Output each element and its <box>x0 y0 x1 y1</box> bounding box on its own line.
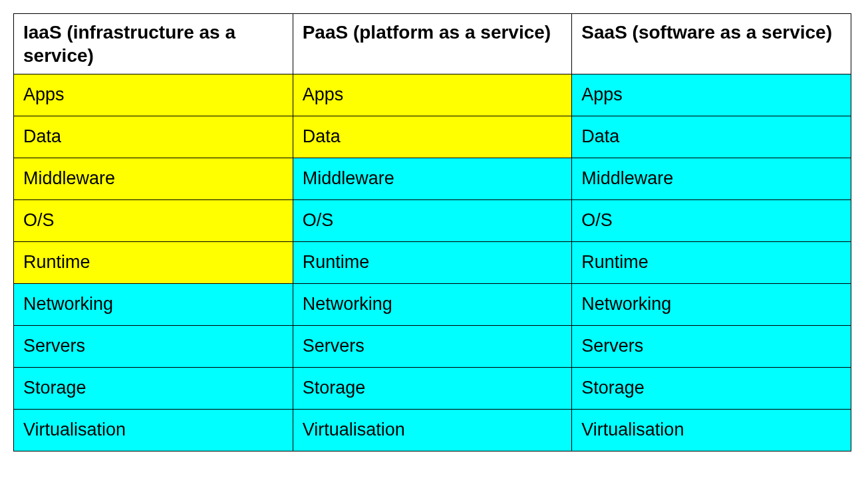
cell-paas-storage: Storage <box>293 368 572 410</box>
table-header-row: IaaS (infrastructure as a service) PaaS … <box>14 14 851 74</box>
table-row: RuntimeRuntimeRuntime <box>14 242 851 284</box>
cloud-service-models-table: IaaS (infrastructure as a service) PaaS … <box>13 13 851 451</box>
cell-iaas-data: Data <box>14 116 293 158</box>
table-row: ServersServersServers <box>14 326 851 368</box>
cell-saas-servers: Servers <box>572 326 851 368</box>
cell-saas-apps: Apps <box>572 74 851 116</box>
table-row: NetworkingNetworkingNetworking <box>14 284 851 326</box>
cell-saas-virtualisation: Virtualisation <box>572 410 851 451</box>
cell-paas-servers: Servers <box>293 326 572 368</box>
cell-saas-data: Data <box>572 116 851 158</box>
cell-iaas-virtualisation: Virtualisation <box>14 410 293 451</box>
column-header-paas: PaaS (platform as a service) <box>293 14 572 74</box>
cloud-service-models-table-container: IaaS (infrastructure as a service) PaaS … <box>0 0 866 465</box>
cell-iaas-servers: Servers <box>14 326 293 368</box>
cell-paas-apps: Apps <box>293 74 572 116</box>
cell-saas-runtime: Runtime <box>572 242 851 284</box>
cell-paas-o-s: O/S <box>293 200 572 242</box>
cell-paas-networking: Networking <box>293 284 572 326</box>
cell-iaas-storage: Storage <box>14 368 293 410</box>
cell-paas-data: Data <box>293 116 572 158</box>
column-header-iaas: IaaS (infrastructure as a service) <box>14 14 293 74</box>
cell-iaas-apps: Apps <box>14 74 293 116</box>
cell-saas-o-s: O/S <box>572 200 851 242</box>
table-row: VirtualisationVirtualisationVirtualisati… <box>14 410 851 451</box>
cell-paas-middleware: Middleware <box>293 158 572 200</box>
cell-iaas-o-s: O/S <box>14 200 293 242</box>
table-body: AppsAppsAppsDataDataDataMiddlewareMiddle… <box>14 74 851 451</box>
cell-paas-runtime: Runtime <box>293 242 572 284</box>
cell-iaas-networking: Networking <box>14 284 293 326</box>
table-row: MiddlewareMiddlewareMiddleware <box>14 158 851 200</box>
cell-saas-middleware: Middleware <box>572 158 851 200</box>
table-row: DataDataData <box>14 116 851 158</box>
cell-iaas-runtime: Runtime <box>14 242 293 284</box>
table-row: AppsAppsApps <box>14 74 851 116</box>
table-row: StorageStorageStorage <box>14 368 851 410</box>
table-row: O/SO/SO/S <box>14 200 851 242</box>
column-header-saas: SaaS (software as a service) <box>572 14 851 74</box>
cell-saas-storage: Storage <box>572 368 851 410</box>
cell-iaas-middleware: Middleware <box>14 158 293 200</box>
cell-paas-virtualisation: Virtualisation <box>293 410 572 451</box>
cell-saas-networking: Networking <box>572 284 851 326</box>
